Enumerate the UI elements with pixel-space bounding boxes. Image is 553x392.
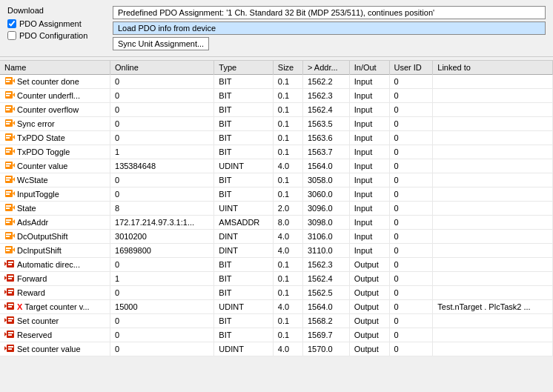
cell-size: 0.1 [273, 272, 302, 286]
cell-addr: 3058.0 [303, 173, 350, 187]
cell-userid: 0 [389, 300, 433, 314]
output-icon [4, 287, 15, 299]
cell-online: 0 [110, 117, 214, 131]
predefined-pdo-button[interactable]: Predefined PDO Assignment: '1 Ch. Standa… [113, 6, 546, 19]
row-name-text: TxPDO State [17, 133, 65, 142]
right-buttons: Predefined PDO Assignment: '1 Ch. Standa… [113, 6, 546, 50]
cell-linked [433, 89, 553, 103]
top-panel: Download PDO Assignment PDO Configuratio… [0, 0, 553, 57]
table-row[interactable]: Set counter value0UDINT4.01570.0Output0 [0, 342, 553, 356]
table-row[interactable]: Automatic direc...0BIT0.11562.3Output0 [0, 258, 553, 272]
row-name-text: InputToggle [17, 190, 59, 199]
output-icon [4, 343, 15, 355]
x-marker: X [17, 302, 22, 311]
table-row[interactable]: Forward1BIT0.11562.4Output0 [0, 272, 553, 286]
svg-marker-33 [13, 191, 15, 196]
cell-name: Set counter value [0, 342, 110, 356]
table-row[interactable]: DcInputShift16989800DINT4.03110.0Input0 [0, 244, 553, 258]
cell-online: 1 [110, 145, 214, 159]
svg-rect-11 [6, 109, 10, 110]
sync-unit-button[interactable]: Sync Unit Assignment... [113, 37, 209, 50]
table-row[interactable]: Counter value135384648UDINT4.01564.0Inpu… [0, 159, 553, 173]
pdo-configuration-row[interactable]: PDO Configuration [7, 31, 104, 40]
input-icon [4, 174, 15, 186]
table-row[interactable]: TxPDO Toggle1BIT0.11563.7Input0 [0, 145, 553, 159]
cell-userid: 0 [389, 230, 433, 244]
table-row[interactable]: Reward0BIT0.11562.5Output0 [0, 286, 553, 300]
cell-type: BIT [214, 117, 273, 131]
row-name-text: Target counter v... [24, 302, 89, 311]
table-row[interactable]: Set counter0BIT0.11568.2Output0 [0, 314, 553, 328]
cell-type: UINT [214, 202, 273, 216]
cell-size: 0.1 [273, 187, 302, 202]
cell-linked [433, 258, 553, 272]
cell-online: 172.17.214.97.3.1:1... [110, 216, 214, 230]
cell-type: DINT [214, 230, 273, 244]
pdo-assignment-row[interactable]: PDO Assignment [7, 19, 104, 28]
cell-linked [433, 314, 553, 328]
cell-userid: 0 [389, 159, 433, 173]
table-row[interactable]: Reserved0BIT0.11569.7Output0 [0, 328, 553, 342]
cell-name: X Target counter v... [0, 300, 110, 314]
cell-size: 0.1 [273, 75, 302, 89]
cell-addr: 1563.7 [303, 145, 350, 159]
svg-rect-75 [8, 334, 12, 336]
svg-rect-15 [6, 123, 10, 124]
svg-rect-78 [8, 346, 13, 348]
svg-rect-63 [8, 292, 12, 293]
input-icon [4, 132, 15, 144]
svg-rect-51 [6, 250, 10, 251]
table-row[interactable]: WcState0BIT0.13058.0Input0 [0, 173, 553, 187]
cell-size: 0.1 [273, 117, 302, 131]
pdo-assignment-checkbox[interactable] [7, 19, 16, 28]
cell-name: Forward [0, 272, 110, 286]
svg-rect-59 [8, 278, 12, 279]
table-row[interactable]: DcOutputShift3010200DINT4.03106.0Input0 [0, 230, 553, 244]
table-row[interactable]: Counter underfl...0BIT0.11562.3Input0 [0, 89, 553, 103]
col-inout: In/Out [349, 61, 389, 75]
table-container: Name Online Type Size > Addr... In/Out U… [0, 60, 553, 379]
output-icon [4, 301, 15, 313]
cell-size: 8.0 [273, 216, 302, 230]
cell-name: DcOutputShift [0, 230, 110, 244]
table-row[interactable]: Set counter done0BIT0.11562.2Input0 [0, 75, 553, 89]
row-name-text: State [17, 204, 36, 213]
svg-rect-30 [6, 177, 11, 179]
table-row[interactable]: TxPDO State0BIT0.11563.6Input0 [0, 131, 553, 145]
row-name-text: Reserved [17, 330, 52, 339]
table-row[interactable]: State8UINT2.03096.0Input0 [0, 202, 553, 216]
cell-online: 8 [110, 202, 214, 216]
svg-marker-61 [4, 290, 7, 294]
svg-rect-23 [6, 151, 10, 153]
cell-linked [433, 75, 553, 89]
table-row[interactable]: InputToggle0BIT0.13060.0Input0 [0, 187, 553, 202]
row-name-text: WcState [17, 176, 48, 185]
table-row[interactable]: Counter overflow0BIT0.11562.4Input0 [0, 103, 553, 117]
row-name-text: Automatic direc... [17, 260, 80, 269]
cell-type: BIT [214, 286, 273, 300]
svg-rect-7 [6, 95, 10, 96]
row-name-text: Sync error [17, 119, 55, 128]
table-row[interactable]: X Target counter v...15000UDINT4.01564.0… [0, 300, 553, 314]
svg-rect-34 [6, 191, 11, 193]
pdo-table: Name Online Type Size > Addr... In/Out U… [0, 61, 553, 356]
cell-inout: Input [349, 145, 389, 159]
table-row[interactable]: Sync error0BIT0.11563.5Input0 [0, 117, 553, 131]
cell-online: 0 [110, 314, 214, 328]
pdo-configuration-checkbox[interactable] [7, 31, 16, 40]
cell-size: 4.0 [273, 159, 302, 173]
svg-rect-18 [6, 135, 11, 136]
svg-marker-57 [4, 276, 7, 280]
cell-type: BIT [214, 103, 273, 117]
cell-size: 0.1 [273, 89, 302, 103]
cell-userid: 0 [389, 258, 433, 272]
cell-type: BIT [214, 258, 273, 272]
cell-addr: 1562.5 [303, 286, 350, 300]
table-row[interactable]: AdsAddr172.17.214.97.3.1:1...AMSADDR8.03… [0, 216, 553, 230]
table-header-row: Name Online Type Size > Addr... In/Out U… [0, 61, 553, 75]
cell-online: 3010200 [110, 230, 214, 244]
cell-linked [433, 145, 553, 159]
row-name-text: Forward [17, 274, 47, 283]
load-pdo-button[interactable]: Load PDO info from device [113, 21, 546, 35]
cell-inout: Input [349, 75, 389, 89]
